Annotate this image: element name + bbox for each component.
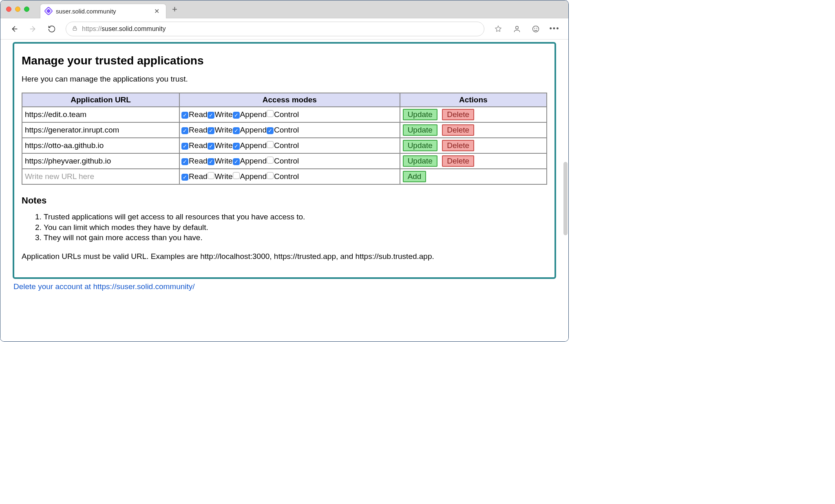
table-header-row: Application URL Access modes Actions — [22, 93, 547, 107]
window-controls — [6, 7, 29, 12]
read-checkbox[interactable]: ✓ — [181, 127, 189, 134]
table-row: https://otto-aa.github.io ✓Read✓Write✓Ap… — [22, 138, 547, 153]
table-new-row: Write new URL here ✓ReadWriteAppendContr… — [22, 169, 547, 184]
control-label: Control — [274, 126, 299, 134]
access-modes-cell: ✓Read✓Write✓AppendControl — [179, 138, 400, 153]
svg-point-3 — [535, 28, 535, 28]
control-checkbox[interactable] — [267, 141, 274, 148]
add-button[interactable]: Add — [403, 171, 426, 182]
access-modes-cell: ✓ReadWriteAppendControl — [179, 169, 400, 184]
delete-button[interactable]: Delete — [442, 124, 474, 136]
tab-title: suser.solid.community — [56, 8, 148, 15]
list-item: You can limit which modes they have by d… — [44, 222, 547, 233]
app-url-cell: https://pheyvaer.github.io — [22, 153, 179, 169]
delete-button[interactable]: Delete — [442, 155, 474, 167]
app-url-cell: https://generator.inrupt.com — [22, 122, 179, 138]
url-host: suser.solid.community — [102, 25, 166, 32]
more-menu-icon[interactable]: ••• — [546, 22, 563, 36]
append-checkbox[interactable]: ✓ — [233, 112, 240, 119]
url-scheme: https:// — [82, 25, 102, 32]
page-title: Manage your trusted applications — [22, 54, 547, 67]
access-modes-cell: ✓Read✓Write✓AppendControl — [179, 153, 400, 169]
delete-button[interactable]: Delete — [442, 109, 474, 120]
close-window-button[interactable] — [6, 7, 11, 12]
control-label: Control — [274, 110, 299, 119]
table-row: https://pheyvaer.github.io ✓Read✓Write✓A… — [22, 153, 547, 169]
maximize-window-button[interactable] — [24, 7, 29, 12]
actions-cell: Update Delete — [400, 107, 547, 122]
write-checkbox[interactable]: ✓ — [208, 112, 215, 119]
svg-rect-0 — [73, 28, 77, 30]
read-label: Read — [189, 126, 207, 134]
table-row: https://edit.o.team ✓Read✓Write✓AppendCo… — [22, 107, 547, 122]
favicon-icon — [44, 7, 53, 16]
read-label: Read — [189, 110, 207, 119]
append-checkbox[interactable] — [233, 172, 240, 179]
col-header-url: Application URL — [22, 93, 179, 107]
update-button[interactable]: Update — [403, 140, 437, 151]
minimize-window-button[interactable] — [15, 7, 20, 12]
write-checkbox[interactable]: ✓ — [208, 158, 215, 165]
append-label: Append — [240, 110, 267, 119]
browser-window: suser.solid.community ✕ + https://suser.… — [0, 0, 569, 342]
read-label: Read — [189, 172, 207, 181]
delete-button[interactable]: Delete — [442, 140, 474, 151]
page-content: Manage your trusted applications Here yo… — [0, 42, 568, 303]
trusted-apps-card: Manage your trusted applications Here yo… — [13, 42, 556, 279]
refresh-button[interactable] — [44, 22, 60, 36]
delete-account-link[interactable]: Delete your account at https://suser.sol… — [13, 282, 195, 291]
write-checkbox[interactable]: ✓ — [208, 143, 215, 150]
app-url-cell: https://otto-aa.github.io — [22, 138, 179, 153]
actions-cell: Update Delete — [400, 122, 547, 138]
control-checkbox[interactable]: ✓ — [267, 127, 274, 134]
append-checkbox[interactable]: ✓ — [233, 143, 240, 150]
write-label: Write — [215, 126, 233, 134]
actions-cell: Update Delete — [400, 138, 547, 153]
browser-tab[interactable]: suser.solid.community ✕ — [40, 4, 166, 18]
write-label: Write — [215, 141, 233, 150]
append-label: Append — [240, 126, 267, 134]
url-text: https://suser.solid.community — [82, 25, 166, 33]
control-checkbox[interactable] — [267, 157, 274, 164]
back-button[interactable] — [6, 22, 22, 36]
svg-point-1 — [516, 26, 519, 29]
trusted-apps-table: Application URL Access modes Actions htt… — [22, 93, 547, 185]
update-button[interactable]: Update — [403, 124, 437, 136]
app-url-cell: https://edit.o.team — [22, 107, 179, 122]
control-label: Control — [274, 157, 299, 165]
control-label: Control — [274, 141, 299, 150]
write-checkbox[interactable] — [208, 172, 215, 179]
update-button[interactable]: Update — [403, 109, 437, 120]
new-url-input[interactable]: Write new URL here — [22, 169, 179, 184]
read-label: Read — [189, 157, 207, 165]
actions-cell: Add — [400, 169, 547, 184]
read-checkbox[interactable]: ✓ — [181, 143, 189, 150]
read-checkbox[interactable]: ✓ — [181, 158, 189, 165]
control-label: Control — [274, 172, 299, 181]
write-checkbox[interactable]: ✓ — [208, 127, 215, 134]
write-label: Write — [215, 157, 233, 165]
profile-icon[interactable] — [509, 22, 525, 36]
read-checkbox[interactable]: ✓ — [181, 112, 189, 119]
col-header-actions: Actions — [400, 93, 547, 107]
page-intro: Here you can manage the applications you… — [22, 75, 547, 84]
favorite-star-icon[interactable] — [490, 22, 506, 36]
page-viewport[interactable]: Manage your trusted applications Here yo… — [0, 40, 568, 341]
append-checkbox[interactable]: ✓ — [233, 127, 240, 134]
update-button[interactable]: Update — [403, 155, 437, 167]
close-tab-button[interactable]: ✕ — [152, 7, 161, 16]
table-row: https://generator.inrupt.com ✓Read✓Write… — [22, 122, 547, 138]
svg-point-4 — [537, 28, 537, 28]
forward-button[interactable] — [25, 22, 41, 36]
feedback-smiley-icon[interactable] — [528, 22, 544, 36]
read-label: Read — [189, 141, 207, 150]
new-tab-button[interactable]: + — [172, 4, 177, 15]
control-checkbox[interactable] — [267, 110, 274, 117]
control-checkbox[interactable] — [267, 172, 274, 179]
append-checkbox[interactable]: ✓ — [233, 158, 240, 165]
scrollbar-thumb[interactable] — [563, 162, 568, 235]
address-bar[interactable]: https://suser.solid.community — [66, 22, 484, 36]
list-item: They will not gain more access than you … — [44, 232, 547, 243]
write-label: Write — [215, 172, 233, 181]
read-checkbox[interactable]: ✓ — [181, 174, 189, 181]
